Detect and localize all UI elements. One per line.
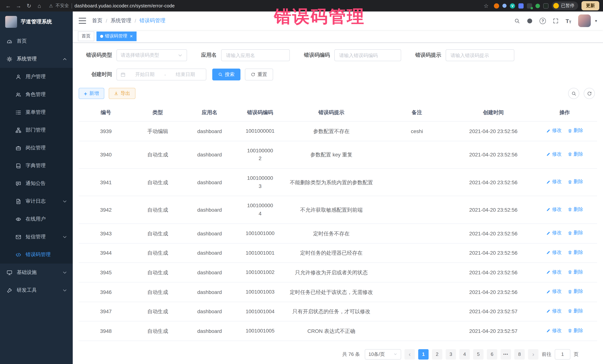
sidebar-item-label: 菜单管理: [26, 109, 46, 116]
search-toggle-button[interactable]: [568, 88, 579, 99]
edit-link[interactable]: 修改: [546, 327, 562, 334]
table-row: 3942 自动生成 dashboard 100100000 4 不允许获取敏感配…: [79, 196, 597, 224]
sidebar-item-dev-tools[interactable]: 研发工具: [0, 281, 73, 299]
close-icon[interactable]: ×: [130, 34, 133, 39]
extensions-puzzle-icon[interactable]: [543, 3, 548, 8]
github-icon[interactable]: [527, 18, 533, 23]
font-size-icon[interactable]: TT: [566, 18, 571, 24]
delete-link[interactable]: 删除: [568, 151, 583, 158]
delete-link[interactable]: 删除: [568, 269, 583, 276]
breadcrumb-home[interactable]: 首页: [92, 17, 103, 24]
page-button-1[interactable]: 1: [418, 349, 429, 360]
tab-home[interactable]: 首页: [78, 31, 94, 41]
delete-link[interactable]: 删除: [568, 249, 583, 256]
trash-icon: [568, 270, 572, 274]
add-button[interactable]: + 新增: [79, 88, 104, 99]
more-pages-button[interactable]: •••: [500, 349, 511, 360]
error-hint-input[interactable]: [446, 49, 514, 61]
monitor-icon: [7, 270, 12, 275]
search-button[interactable]: 搜索: [212, 69, 241, 80]
reset-button[interactable]: 重置: [245, 69, 273, 80]
prev-page-button[interactable]: ‹: [405, 349, 415, 360]
extension-icon[interactable]: [502, 4, 507, 8]
edit-link[interactable]: 修改: [546, 178, 562, 186]
user-avatar[interactable]: [578, 14, 591, 27]
sidebar-item-system-mgmt[interactable]: 系统管理: [0, 50, 73, 68]
page-button-6[interactable]: 6: [487, 349, 497, 360]
delete-link[interactable]: 删除: [568, 327, 583, 334]
sidebar-item-dict-mgmt[interactable]: 字典管理: [0, 157, 73, 175]
edit-link[interactable]: 修改: [546, 127, 562, 134]
sidebar-item-label: 审计日志: [26, 198, 46, 205]
sidebar-item-sms-mgmt[interactable]: 短信管理: [0, 228, 73, 246]
sidebar-item-home[interactable]: 首页: [0, 32, 73, 50]
sidebar-item-audit-log[interactable]: 审计日志: [0, 192, 73, 210]
page-button-8[interactable]: 8: [514, 349, 525, 360]
pencil-icon: [546, 250, 550, 255]
edit-link[interactable]: 修改: [546, 269, 562, 276]
sidebar-toggle-icon[interactable]: [79, 18, 86, 24]
edit-link[interactable]: 修改: [546, 288, 562, 295]
extension-icon[interactable]: [494, 3, 499, 8]
edit-link[interactable]: 修改: [546, 151, 562, 158]
next-page-button[interactable]: ›: [528, 349, 538, 360]
delete-link[interactable]: 删除: [568, 178, 583, 186]
chevron-up-icon: [62, 56, 68, 62]
error-code-input[interactable]: [334, 49, 401, 61]
extension-icon[interactable]: [527, 3, 532, 8]
sidebar-item-error-code-mgmt[interactable]: 错误码管理: [0, 246, 73, 264]
search-icon: [571, 91, 576, 96]
sidebar-item-menu-mgmt[interactable]: 菜单管理: [0, 103, 73, 121]
sidebar-item-notice[interactable]: 通知公告: [0, 175, 73, 192]
extension-icon[interactable]: [518, 3, 524, 8]
edit-link[interactable]: 修改: [546, 206, 562, 213]
sidebar-item-role-mgmt[interactable]: 角色管理: [0, 86, 73, 103]
page-button-2[interactable]: 2: [432, 349, 442, 360]
page-size-select[interactable]: 10条/页: [365, 349, 401, 360]
app-logo[interactable]: 芋道管理系统: [0, 11, 73, 32]
breadcrumb-system[interactable]: 系统管理: [111, 17, 131, 24]
sidebar-item-user-mgmt[interactable]: 用户管理: [0, 68, 73, 86]
page-button-4[interactable]: 4: [459, 349, 470, 360]
gear-icon: [7, 56, 12, 62]
help-icon[interactable]: ?: [540, 18, 546, 24]
delete-link[interactable]: 删除: [568, 127, 583, 134]
sidebar-item-dept-mgmt[interactable]: 部门管理: [0, 121, 73, 139]
forward-button[interactable]: →: [14, 1, 23, 10]
reload-button[interactable]: ↻: [24, 1, 33, 10]
error-type-select[interactable]: 请选择错误码类型: [116, 49, 187, 61]
edit-link[interactable]: 修改: [546, 230, 562, 237]
sidebar-item-infrastructure[interactable]: 基础设施: [0, 264, 73, 281]
extension-on-badge: [531, 7, 533, 9]
goto-page-input[interactable]: [555, 349, 570, 360]
cell-code: 1001001000: [237, 224, 283, 243]
sidebar-item-post-mgmt[interactable]: 岗位管理: [0, 139, 73, 157]
refresh-table-button[interactable]: [584, 88, 595, 99]
address-bar[interactable]: ⚠ 不安全 dashboard.yudao.iocoder.cn/system/…: [49, 3, 482, 9]
edit-link[interactable]: 修改: [546, 249, 562, 256]
delete-link[interactable]: 删除: [568, 288, 583, 295]
update-button[interactable]: 更新: [581, 1, 599, 10]
delete-link[interactable]: 删除: [568, 230, 583, 237]
edit-link[interactable]: 修改: [546, 308, 562, 315]
delete-link[interactable]: 删除: [568, 206, 583, 213]
cell-id: 3943: [79, 224, 133, 243]
extension-icon[interactable]: V: [510, 3, 515, 8]
app-name-input[interactable]: [221, 49, 290, 61]
delete-link[interactable]: 删除: [568, 308, 583, 315]
goto-label: 前往: [542, 351, 551, 358]
page-button-3[interactable]: 3: [446, 349, 456, 360]
back-button[interactable]: ←: [4, 1, 13, 10]
export-button[interactable]: 导出: [109, 88, 135, 99]
bookmark-star-icon[interactable]: ☆: [482, 1, 491, 10]
fullscreen-icon[interactable]: [553, 18, 558, 23]
tab-error-code[interactable]: 错误码管理 ×: [96, 31, 136, 41]
page-button-5[interactable]: 5: [473, 349, 484, 360]
sidebar-item-online-users[interactable]: 在线用户: [0, 210, 73, 228]
search-icon[interactable]: [514, 18, 520, 23]
paused-badge[interactable]: 已暂停: [552, 1, 578, 10]
home-button[interactable]: ⌂: [35, 1, 44, 10]
create-time-range[interactable]: 开始日期 - 结束日期: [116, 69, 206, 80]
avatar-caret-icon[interactable]: ▾: [595, 18, 597, 23]
extension-icon[interactable]: [535, 3, 540, 8]
